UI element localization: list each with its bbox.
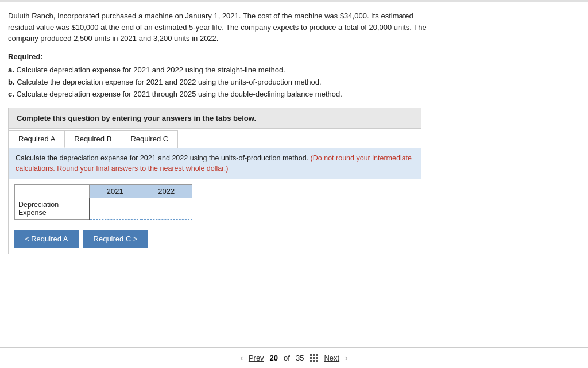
main-content: Duluth Ranch, Incorporated purchased a m…	[0, 2, 588, 347]
question-b-text: Calculate the depreciation expense for 2…	[17, 78, 321, 86]
required-label: Required:	[8, 52, 580, 61]
instruction-text: Calculate the depreciation expense for 2…	[16, 154, 308, 162]
question-c: c. Calculate depreciation expense for 20…	[8, 90, 433, 98]
required-a-button[interactable]: < Required A	[14, 230, 79, 248]
tabs-container: Required A Required B Required C Calcula…	[8, 129, 421, 255]
tab-required-a-label: Required A	[18, 135, 55, 143]
tab-required-b-label: Required B	[74, 135, 111, 143]
bottom-bar: ‹ Prev 20 of 35 Next ›	[0, 347, 588, 368]
question-b-letter: b.	[8, 78, 15, 86]
total-pages: 35	[296, 354, 304, 362]
tab-required-c[interactable]: Required C	[121, 130, 178, 148]
question-c-letter: c.	[8, 90, 14, 98]
depreciation-table: 2021 2022 Depreciation Expense	[14, 184, 192, 220]
required-c-button-label: Required C >	[94, 235, 138, 243]
prev-link[interactable]: Prev	[249, 354, 264, 362]
complete-box: Complete this question by entering your …	[8, 108, 421, 129]
complete-box-text: Complete this question by entering your …	[17, 114, 256, 122]
instruction-row: Calculate the depreciation expense for 2…	[9, 148, 421, 180]
input-2022-field[interactable]	[146, 205, 187, 213]
question-c-text: Calculate depreciation expense for 2021 …	[16, 90, 342, 98]
tabs-row: Required A Required B Required C	[9, 129, 421, 148]
question-a: a. Calculate depreciation expense for 20…	[8, 66, 433, 74]
input-2022[interactable]	[141, 198, 192, 220]
grid-icon[interactable]	[310, 354, 318, 362]
required-c-button[interactable]: Required C >	[83, 230, 148, 248]
col-2021-header: 2021	[90, 185, 141, 198]
question-a-letter: a.	[8, 66, 14, 74]
prev-chevron: ‹	[241, 354, 243, 362]
tab-required-a[interactable]: Required A	[9, 130, 65, 148]
question-a-text: Calculate depreciation expense for 2021 …	[16, 66, 285, 74]
input-2021[interactable]	[90, 198, 141, 220]
tab-required-c-label: Required C	[130, 135, 168, 143]
current-page: 20	[270, 354, 278, 362]
next-link[interactable]: Next	[324, 354, 339, 362]
question-b: b. Calculate the depreciation expense fo…	[8, 78, 433, 86]
table-row: Depreciation Expense	[15, 198, 192, 220]
tab-content: Calculate the depreciation expense for 2…	[9, 148, 421, 254]
nav-buttons-row: < Required A Required C >	[9, 224, 421, 254]
col-empty-header	[15, 185, 90, 198]
input-2021-field[interactable]	[95, 205, 136, 213]
table-section: 2021 2022 Depreciation Expense	[9, 179, 421, 224]
required-a-button-label: < Required A	[25, 235, 68, 243]
problem-text: Duluth Ranch, Incorporated purchased a m…	[8, 10, 433, 44]
next-chevron: ›	[345, 354, 347, 362]
of-label: of	[284, 354, 290, 362]
tab-required-b[interactable]: Required B	[64, 130, 121, 148]
row-depreciation-label: Depreciation Expense	[15, 198, 90, 220]
col-2022-header: 2022	[141, 185, 192, 198]
